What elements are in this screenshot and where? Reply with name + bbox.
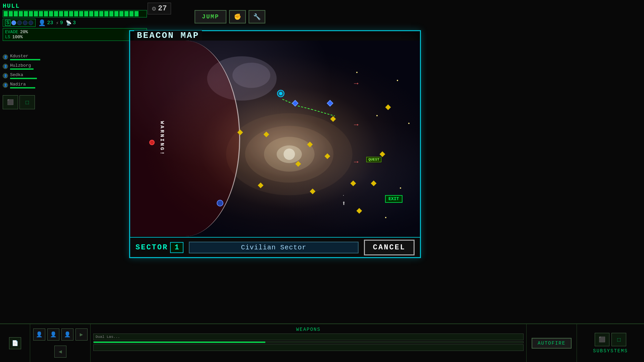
fuel-value: 27	[158, 4, 167, 13]
exit-label[interactable]: EXIT	[385, 195, 402, 203]
star-6	[385, 217, 386, 218]
crew-section: 👤 Kduster 👤 Hulzborg 👤 Sedka 👤 Nadira ⬛ …	[3, 54, 56, 109]
bottom-crew-icons: 👤 👤 👤 ▶ ◀	[30, 324, 91, 362]
star-5	[400, 187, 401, 189]
stats-row: S 👤 23 ⚡ 9 📡 3	[3, 19, 147, 27]
evade-label: EVADE	[5, 29, 18, 35]
jump-button[interactable]: JUMP	[195, 10, 226, 23]
arrow-2: →	[354, 121, 358, 129]
node-yellow-7[interactable]	[311, 189, 315, 193]
action-icon-1[interactable]: ⬛	[3, 95, 18, 109]
crew-value: 23	[47, 20, 53, 26]
evade-value: 20%	[20, 29, 28, 35]
beacon-map-bottom: SECTOR 1 Civilian Sector CANCEL	[130, 237, 420, 257]
beacon-map-content[interactable]: WARNING! → → →	[130, 41, 420, 236]
crew-name-1: Kduster	[10, 54, 40, 59]
node-yellow-2[interactable]	[264, 132, 268, 136]
weapon-name-1: Dual Las...	[96, 335, 120, 339]
weapons-label: WEAPONS	[93, 327, 524, 332]
beacon-map-title: BEACON MAP	[134, 31, 202, 41]
star-1	[397, 80, 398, 81]
crew-icon: 👤	[38, 19, 46, 26]
shield-indicator: S	[3, 19, 36, 27]
node-yellow-3[interactable]	[308, 142, 312, 146]
crew-health-1	[10, 59, 40, 60]
sector-number: 1	[170, 242, 183, 253]
crew-stat: 👤 23	[38, 19, 53, 26]
fuel-icon: ⚙	[152, 4, 156, 13]
node-yellow-9[interactable]	[325, 154, 329, 158]
engine-value: 9	[60, 20, 63, 26]
weapons-section: WEAPONS Dual Las...	[91, 324, 527, 362]
node-yellow-10[interactable]	[380, 152, 384, 156]
shield-dot-3	[23, 20, 28, 25]
crew-icon-1: 👤	[3, 54, 8, 60]
node-yellow-11[interactable]	[386, 105, 390, 109]
beacon-map-modal[interactable]: BEACON MAP WARNING! → →	[129, 30, 421, 258]
crew-name-2: Hulzborg	[10, 63, 34, 68]
weapons-icon: 📡	[66, 20, 71, 26]
svg-line-8	[298, 106, 311, 109]
crew-bottom-3: 👤	[61, 328, 73, 341]
quest-label: QUEST	[366, 157, 381, 162]
route-lines	[130, 41, 420, 236]
weapon-slot-1: Dual Las...	[93, 334, 524, 340]
cancel-button[interactable]: CANCEL	[364, 240, 415, 255]
action-icon-2[interactable]: ⬚	[19, 95, 35, 109]
crew-icon-4: 👤	[3, 82, 8, 88]
weapons-stat: 📡 3	[66, 20, 76, 26]
node-current-inner	[279, 92, 282, 95]
hull-label: HULL	[3, 3, 147, 9]
sector-label-box: SECTOR 1	[136, 242, 183, 253]
bottom-sheet-icon: 📄	[9, 337, 21, 349]
crew-icon-2: 👤	[3, 64, 8, 69]
shield-dot-1	[11, 20, 16, 25]
node-yellow-5[interactable]	[296, 162, 300, 166]
evade-section: EVADE 20% LS 100%	[3, 28, 147, 41]
node-yellow-4[interactable]	[331, 117, 335, 121]
shield-dot-2	[17, 20, 22, 25]
node-yellow-8[interactable]	[351, 181, 355, 185]
crew-move-icon[interactable]: ▶	[75, 328, 88, 341]
node-yellow-6[interactable]	[259, 183, 263, 187]
crew-health-4	[10, 87, 35, 88]
hud-topleft: HULL S 👤 23	[3, 3, 147, 41]
subsystems-section: ⬛ ⬚ SUBSYSTEMS	[577, 324, 644, 362]
node-blue-2[interactable]	[293, 101, 298, 106]
top-buttons: JUMP ✊ 🔧	[195, 10, 265, 23]
svg-line-9	[311, 109, 335, 116]
crew-name-4: Nadira	[10, 82, 35, 87]
subsystem-icon-2[interactable]: ⬚	[611, 333, 626, 346]
crew-name-3: Sedka	[10, 72, 37, 77]
node-blue-1[interactable]	[217, 200, 223, 206]
node-yellow-12[interactable]	[372, 181, 376, 185]
shield-dot-4	[29, 20, 33, 25]
crew-item-3: 👤 Sedka	[3, 72, 56, 79]
autofire-section: AUTOFIRE	[527, 324, 577, 362]
weapon-bar-1	[93, 341, 524, 343]
ls-label: LS	[5, 35, 10, 40]
crew-bottom-1: 👤	[33, 328, 45, 341]
node-current[interactable]	[277, 90, 284, 97]
warning-dot	[149, 140, 155, 145]
bottom-hud: 📄 👤 👤 👤 ▶ ◀ WEAPONS Dual Las... AUTOFIRE…	[0, 323, 644, 362]
subsystem-icon-1[interactable]: ⬛	[595, 333, 609, 346]
crew-move-icon-2[interactable]: ◀	[54, 346, 66, 358]
shield-s-label: S	[5, 20, 10, 26]
crew-item-1: 👤 Kduster	[3, 54, 56, 60]
hull-bar-container	[3, 10, 147, 17]
crew-health-2	[10, 68, 34, 70]
fuel-box: ⚙ 27	[148, 3, 171, 14]
weapons-value: 3	[73, 20, 76, 26]
fist-button[interactable]: ✊	[229, 10, 246, 23]
engine-icon: ⚡	[56, 20, 58, 26]
sector-name: Civilian Sector	[189, 242, 359, 253]
wrench-button[interactable]: 🔧	[249, 10, 265, 23]
node-yellow-1[interactable]	[238, 130, 242, 134]
arrow-1: →	[354, 79, 358, 88]
node-yellow-13[interactable]	[357, 209, 361, 213]
autofire-button[interactable]: AUTOFIRE	[532, 338, 572, 349]
crew-health-3	[10, 78, 37, 79]
node-blue-3[interactable]	[328, 101, 332, 106]
crew-bottom-2: 👤	[47, 328, 59, 341]
